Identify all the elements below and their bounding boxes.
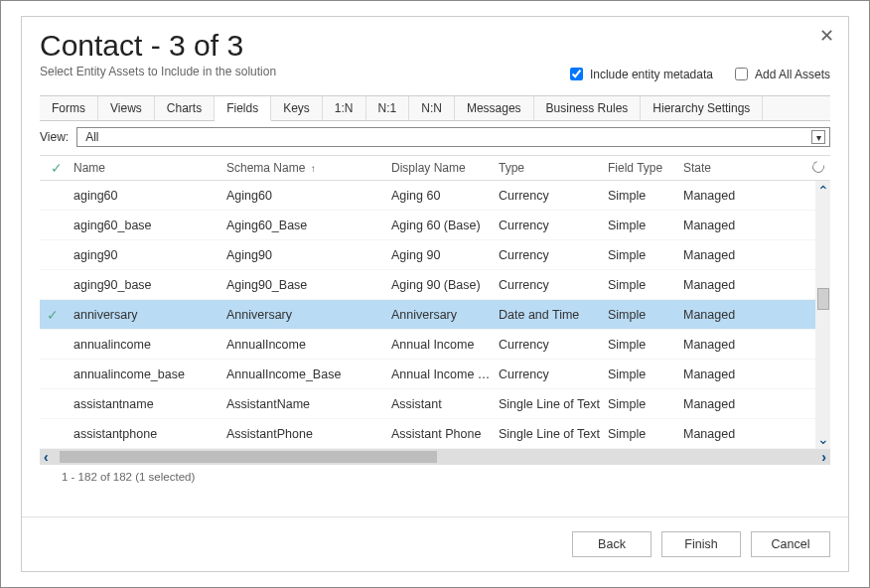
view-label: View:	[40, 130, 69, 144]
col-schema-label: Schema Name	[226, 161, 305, 175]
table-row[interactable]: annualincomeAnnualIncomeAnnual IncomeCur…	[40, 330, 830, 360]
cell-name: anniversary	[73, 308, 226, 322]
cell-display: Assistant Phone	[391, 427, 499, 441]
sort-asc-icon: ↑	[311, 163, 316, 174]
view-selected: All	[85, 130, 98, 144]
cell-schema: Aging60_Base	[226, 219, 391, 232]
horizontal-scrollbar[interactable]: ‹ ›	[40, 449, 830, 465]
col-field-type[interactable]: Field Type	[608, 161, 683, 175]
cell-display: Aging 90	[391, 248, 499, 262]
cell-state: Managed	[683, 427, 753, 441]
cell-display: Aging 90 (Base)	[391, 278, 499, 292]
scroll-thumb[interactable]	[817, 288, 829, 310]
grid-body: aging60Aging60Aging 60CurrencySimpleMana…	[40, 181, 830, 449]
cell-schema: AnnualIncome	[226, 338, 391, 352]
col-schema[interactable]: Schema Name ↑	[226, 161, 391, 175]
scroll-down-icon[interactable]: ⌄	[817, 429, 829, 449]
cell-type: Currency	[499, 248, 608, 262]
cell-schema: AssistantName	[226, 397, 391, 411]
table-row[interactable]: assistantnameAssistantNameAssistantSingl…	[40, 389, 830, 419]
cell-type: Currency	[499, 338, 608, 352]
col-display[interactable]: Display Name	[391, 161, 499, 175]
cell-field-type: Simple	[608, 427, 683, 441]
row-check[interactable]: ✓	[40, 307, 73, 323]
tab-charts[interactable]: Charts	[155, 96, 215, 120]
table-row[interactable]: aging90_baseAging90_BaseAging 90 (Base)C…	[40, 270, 830, 300]
cell-field-type: Simple	[608, 219, 683, 232]
cell-name: aging60_base	[73, 219, 226, 232]
table-row[interactable]: aging60Aging60Aging 60CurrencySimpleMana…	[40, 181, 830, 211]
scroll-up-icon[interactable]: ⌃	[817, 181, 829, 201]
cell-schema: AnnualIncome_Base	[226, 368, 391, 381]
tab-keys[interactable]: Keys	[271, 96, 323, 120]
tab-forms[interactable]: Forms	[40, 96, 98, 120]
vertical-scrollbar[interactable]: ⌃ ⌄	[815, 181, 830, 449]
col-name[interactable]: Name	[73, 161, 226, 175]
tab-business-rules[interactable]: Business Rules	[534, 96, 642, 120]
cell-name: aging90_base	[73, 278, 226, 292]
add-all-assets-toggle[interactable]: Add All Assets	[731, 65, 830, 83]
fields-grid: ✓ Name Schema Name ↑ Display Name Type F…	[40, 155, 830, 491]
cell-name: aging60	[73, 189, 226, 203]
cell-field-type: Simple	[608, 248, 683, 262]
scroll-right-icon[interactable]: ›	[821, 449, 826, 465]
cell-state: Managed	[683, 338, 753, 352]
cell-type: Single Line of Text	[499, 427, 608, 441]
dialog-footer: Back Finish Cancel	[22, 516, 848, 571]
cell-display: Anniversary	[391, 308, 499, 322]
cell-schema: Aging90	[226, 248, 391, 262]
tab-n-1[interactable]: N:1	[366, 96, 410, 120]
table-row[interactable]: aging90Aging90Aging 90CurrencySimpleMana…	[40, 240, 830, 270]
cell-state: Managed	[683, 397, 753, 411]
finish-button[interactable]: Finish	[661, 531, 741, 557]
tab-messages[interactable]: Messages	[455, 96, 534, 120]
tab-1-n[interactable]: 1:N	[323, 96, 366, 120]
cell-schema: AssistantPhone	[226, 427, 391, 441]
refresh-button[interactable]	[753, 161, 830, 176]
col-state[interactable]: State	[683, 161, 753, 175]
cell-name: annualincome	[73, 338, 226, 352]
add-all-assets-label: Add All Assets	[755, 68, 830, 81]
include-metadata-toggle[interactable]: Include entity metadata	[566, 65, 713, 83]
dialog: ✕ Contact - 3 of 3 Select Entity Assets …	[21, 16, 849, 572]
tab-fields[interactable]: Fields	[215, 96, 271, 121]
cell-type: Currency	[499, 219, 608, 232]
cell-state: Managed	[683, 248, 753, 262]
table-row[interactable]: aging60_baseAging60_BaseAging 60 (Base)C…	[40, 211, 830, 240]
cell-display: Aging 60	[391, 189, 499, 203]
cell-type: Currency	[499, 189, 608, 203]
cancel-button[interactable]: Cancel	[751, 531, 830, 557]
cell-field-type: Simple	[608, 368, 683, 381]
cell-name: aging90	[73, 248, 226, 262]
cell-type: Currency	[499, 278, 608, 292]
tab-hierarchy-settings[interactable]: Hierarchy Settings	[641, 96, 763, 120]
hscroll-thumb[interactable]	[60, 451, 437, 463]
grid-header: ✓ Name Schema Name ↑ Display Name Type F…	[40, 155, 830, 181]
cell-name: assistantphone	[73, 427, 226, 441]
table-row[interactable]: annualincome_baseAnnualIncome_BaseAnnual…	[40, 360, 830, 389]
close-icon[interactable]: ✕	[819, 27, 834, 45]
add-all-assets-checkbox[interactable]	[735, 68, 748, 80]
cell-name: assistantname	[73, 397, 226, 411]
scroll-left-icon[interactable]: ‹	[44, 449, 49, 465]
col-type[interactable]: Type	[499, 161, 608, 175]
view-dropdown[interactable]: All ▾	[76, 127, 830, 147]
cell-field-type: Simple	[608, 338, 683, 352]
cell-type: Single Line of Text	[499, 397, 608, 411]
include-metadata-checkbox[interactable]	[570, 68, 583, 80]
cell-type: Date and Time	[499, 308, 608, 322]
select-all-checkbox[interactable]: ✓	[40, 160, 73, 176]
cell-name: annualincome_base	[73, 368, 226, 381]
refresh-icon	[810, 158, 826, 174]
cell-field-type: Simple	[608, 189, 683, 203]
cell-schema: Aging60	[226, 189, 391, 203]
back-button[interactable]: Back	[572, 531, 652, 557]
tab-views[interactable]: Views	[98, 96, 155, 120]
cell-state: Managed	[683, 368, 753, 381]
chevron-down-icon: ▾	[811, 130, 825, 144]
cell-field-type: Simple	[608, 308, 683, 322]
cell-field-type: Simple	[608, 397, 683, 411]
tab-n-n[interactable]: N:N	[409, 96, 455, 120]
table-row[interactable]: ✓anniversaryAnniversaryAnniversaryDate a…	[40, 300, 830, 330]
table-row[interactable]: assistantphoneAssistantPhoneAssistant Ph…	[40, 419, 830, 449]
